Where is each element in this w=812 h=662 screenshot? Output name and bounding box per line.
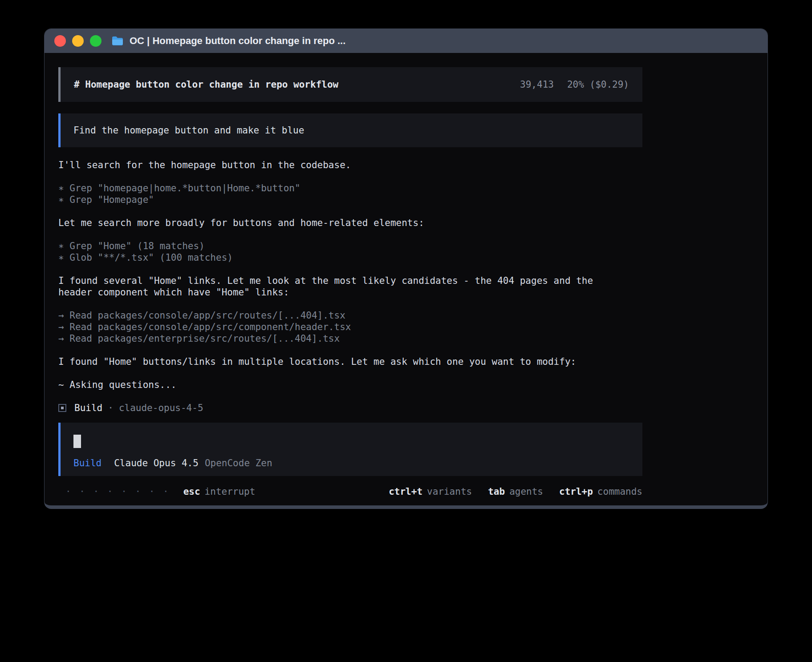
terminal-content: # Homepage button color change in repo w… [45, 53, 767, 497]
hint-interrupt: esc interrupt [183, 486, 256, 497]
minimize-window-button[interactable] [72, 35, 84, 47]
hint-agents: tab agents [488, 486, 543, 497]
tool-call-grep: ∗ Grep "Homepage" [58, 194, 642, 206]
tool-call-group: ∗ Grep "homepage|home.*button|Home.*butt… [58, 182, 642, 206]
tool-call-group: ∗ Grep "Home" (18 matches) ∗ Glob "**/*.… [58, 240, 642, 263]
tool-call-grep: ∗ Grep "homepage|home.*button|Home.*butt… [58, 182, 642, 194]
tool-call-group: → Read packages/console/app/src/routes/[… [58, 310, 642, 344]
hint-variants: ctrl+t variants [389, 486, 472, 497]
agent-name: Build [74, 402, 102, 414]
input-model-line: Build Claude Opus 4.5 OpenCode Zen [73, 457, 642, 469]
agents-label: agents [509, 486, 543, 497]
spinner-dots: · · · · · · · · [65, 486, 170, 497]
variants-label: variants [427, 486, 472, 497]
prompt-input[interactable]: Build Claude Opus 4.5 OpenCode Zen [58, 423, 642, 476]
session-header: # Homepage button color change in repo w… [58, 67, 642, 102]
assistant-text: I'll search for the homepage button in t… [58, 159, 642, 171]
close-window-button[interactable] [54, 35, 66, 47]
assistant-messages: I'll search for the homepage button in t… [58, 159, 642, 414]
agent-mode-icon [58, 404, 66, 412]
assistant-text: I found "Home" buttons/links in multiple… [58, 356, 642, 367]
terminal-window: OC | Homepage button color change in rep… [44, 28, 768, 509]
assistant-text: I found several "Home" links. Let me loo… [58, 275, 612, 298]
window-titlebar[interactable]: OC | Homepage button color change in rep… [45, 29, 767, 53]
input-provider-name: OpenCode Zen [205, 457, 272, 469]
agent-model: claude-opus-4-5 [119, 402, 203, 414]
status-bar-left: · · · · · · · · esc interrupt [58, 486, 255, 497]
text-cursor [73, 435, 81, 448]
session-stats: 39,413 20% ($0.29) [520, 79, 629, 90]
tool-call-read: → Read packages/console/app/src/componen… [58, 321, 642, 333]
input-agent-mode[interactable]: Build [73, 457, 102, 469]
traffic-lights [54, 35, 102, 47]
ctrl-t-key: ctrl+t [389, 486, 422, 497]
commands-label: commands [597, 486, 642, 497]
tool-call-read: → Read packages/console/app/src/routes/[… [58, 310, 642, 321]
agent-badge: Build · claude-opus-4-5 [58, 402, 642, 414]
tool-call-glob: ∗ Glob "**/*.tsx" (100 matches) [58, 252, 642, 263]
titlebar-title-group: OC | Homepage button color change in rep… [111, 35, 345, 47]
hint-commands: ctrl+p commands [559, 486, 642, 497]
input-model-name[interactable]: Claude Opus 4.5 [114, 457, 199, 469]
window-title: OC | Homepage button color change in rep… [130, 35, 345, 47]
tab-key: tab [488, 486, 505, 497]
context-cost: 20% ($0.29) [567, 79, 629, 90]
zoom-window-button[interactable] [90, 35, 102, 47]
agent-separator: · [108, 402, 114, 414]
tool-call-read: → Read packages/enterprise/src/routes/[.… [58, 333, 642, 344]
esc-key: esc [183, 486, 200, 497]
ctrl-p-key: ctrl+p [559, 486, 593, 497]
folder-icon [111, 36, 124, 46]
status-bar-right: ctrl+t variants tab agents ctrl+p comman… [389, 486, 642, 497]
token-count: 39,413 [520, 79, 554, 90]
esc-label: interrupt [205, 486, 256, 497]
assistant-status-text: ~ Asking questions... [58, 379, 642, 391]
user-message-text: Find the homepage button and make it blu… [73, 125, 304, 136]
session-title: # Homepage button color change in repo w… [74, 79, 338, 90]
tool-call-grep: ∗ Grep "Home" (18 matches) [58, 240, 642, 252]
user-message: Find the homepage button and make it blu… [58, 113, 642, 147]
assistant-text: Let me search more broadly for buttons a… [58, 217, 642, 229]
status-bar: · · · · · · · · esc interrupt ctrl+t var… [58, 486, 642, 497]
